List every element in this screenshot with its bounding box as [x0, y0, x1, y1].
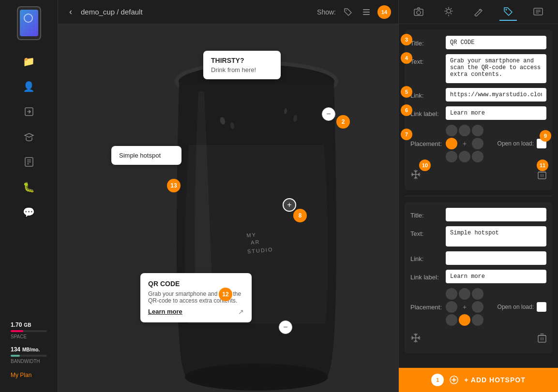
canvas-area: MY AR STUDIO THIRSTY? Drink from here! −…: [58, 24, 398, 392]
hs1-text-input[interactable]: Grab your smartphone and scan the QR-cod…: [446, 54, 546, 83]
storage-unit: GB: [24, 322, 31, 328]
hs2-link-row: Link:: [410, 251, 546, 265]
storage-value: 1.70: [11, 321, 22, 328]
hs2-placement-row: Placement: + Open on load:: [410, 288, 546, 326]
hs2-linklabel-row: Link label:: [410, 270, 546, 283]
badge-11: 11: [537, 160, 548, 171]
sidebar-item-docs[interactable]: [18, 151, 40, 173]
sidebar-item-user[interactable]: 👤: [18, 76, 40, 97]
add-hotspot-bar[interactable]: 1 + ADD HOTSPOT: [399, 368, 558, 392]
sidebar-item-export[interactable]: [18, 101, 40, 122]
tool-tag[interactable]: [499, 3, 517, 21]
placement-ml[interactable]: [446, 138, 457, 149]
hotspot-2-section: Title: Text: Simple hotspot Link: Link l…: [405, 202, 552, 353]
hs2-move-icon[interactable]: [410, 333, 421, 346]
hs1-placement-grid: +: [446, 125, 483, 162]
show-label: Show:: [317, 8, 336, 16]
badge-3: 3: [401, 34, 412, 45]
placement-mc[interactable]: +: [459, 138, 470, 149]
hs2-placement-tr[interactable]: [472, 288, 483, 300]
app-icon: [17, 6, 41, 40]
hs2-link-input[interactable]: [446, 251, 546, 265]
hotspot-thirsty-text: Drink from here!: [211, 66, 273, 73]
placement-tr[interactable]: [472, 125, 483, 136]
breadcrumb: demo_cup / default: [81, 8, 312, 16]
thirsty-remove-btn[interactable]: −: [322, 107, 335, 121]
topbar-icons: 14: [341, 5, 391, 19]
hs2-title-label: Title:: [410, 208, 442, 219]
hs2-placement-label: Placement:: [410, 304, 442, 311]
hs1-delete-icon[interactable]: [538, 170, 546, 182]
hs1-linklabel-row: 6 Link label:: [410, 106, 546, 120]
add-hotspot-badge: 1: [431, 374, 444, 386]
svg-point-5: [346, 10, 347, 11]
badge-4: 4: [401, 52, 412, 64]
tool-material[interactable]: [469, 3, 487, 21]
hs2-placement-bl[interactable]: [446, 314, 457, 326]
hs2-title-input[interactable]: [446, 208, 546, 221]
panel-toolbar: [399, 0, 558, 24]
sidebar-item-chat[interactable]: 💬: [18, 202, 40, 223]
placement-br[interactable]: [472, 151, 483, 162]
badge-14: 14: [377, 5, 391, 19]
hs1-move-icon[interactable]: [410, 169, 421, 182]
hs2-placement-mr[interactable]: [472, 301, 483, 313]
hs2-placement-bc[interactable]: [459, 314, 470, 326]
svg-point-23: [506, 9, 507, 10]
hotspot-1-section: 3 Title: 4 Text: Grab your smartphone an…: [405, 30, 552, 190]
phone-screen: [20, 10, 38, 36]
storage-bar-fill: [11, 330, 23, 332]
hs2-delete-icon[interactable]: [538, 334, 546, 345]
panel-content: 3 Title: 4 Text: Grab your smartphone an…: [399, 24, 558, 368]
tag-icon-button[interactable]: [341, 5, 355, 19]
placement-mr[interactable]: [472, 138, 483, 149]
hs2-placement-mc[interactable]: +: [459, 301, 470, 313]
tool-lighting[interactable]: [440, 3, 457, 21]
sidebar-item-debug[interactable]: 🐛: [18, 176, 40, 198]
hotspot-qr-tooltip: QR CODE Grab your smartphone and scan th…: [140, 273, 252, 322]
back-button[interactable]: ‹: [65, 5, 76, 19]
bandwidth-label: BANDWIDTH: [11, 359, 47, 364]
placement-tl[interactable]: [446, 125, 457, 136]
badge-2: 2: [336, 115, 350, 129]
placement-bc[interactable]: [459, 151, 470, 162]
hs1-linklabel-input[interactable]: [446, 106, 546, 120]
qr-remove-btn[interactable]: −: [279, 320, 292, 334]
hs1-placement-label: Placement:: [410, 140, 442, 147]
sidebar-item-folder[interactable]: 📁: [18, 51, 40, 72]
hs1-link-row: 5 Link:: [410, 88, 546, 102]
placement-bl[interactable]: [446, 151, 457, 162]
svg-point-22: [447, 9, 451, 13]
bandwidth-bar-fill: [11, 355, 20, 357]
my-plan-link[interactable]: My Plan: [5, 368, 53, 382]
badge-12: 12: [219, 288, 232, 301]
hs2-placement-tc[interactable]: [459, 288, 470, 300]
tool-list[interactable]: [529, 3, 547, 21]
hs1-title-input[interactable]: [446, 36, 546, 49]
hs1-link-input[interactable]: [446, 88, 546, 102]
svg-rect-7: [363, 12, 370, 13]
hotspot-thirsty-tooltip: THIRSTY? Drink from here!: [203, 51, 281, 79]
hotspot-qr-learn-more[interactable]: Learn more: [148, 308, 182, 315]
external-link-icon[interactable]: ↗: [238, 308, 244, 316]
center-add-btn[interactable]: +: [283, 198, 296, 212]
tool-camera[interactable]: [410, 3, 427, 21]
hs2-openload-checkbox[interactable]: [537, 302, 546, 312]
hs2-text-input[interactable]: Simple hotspot: [446, 226, 546, 247]
sidebar-item-learn[interactable]: [18, 126, 40, 147]
badge-7: 7: [401, 129, 412, 140]
hs2-placement-ml[interactable]: [446, 301, 457, 313]
hs2-placement-br[interactable]: [472, 314, 483, 326]
section-divider: [405, 196, 552, 196]
logo: [15, 5, 44, 41]
hs2-text-row: Text: Simple hotspot: [410, 226, 546, 247]
list-icon-button[interactable]: [359, 5, 374, 19]
hotspot-qr-title: QR CODE: [148, 280, 244, 288]
hs2-placement-tl[interactable]: [446, 288, 457, 300]
hs1-openload-label: Open on load:: [498, 140, 534, 147]
placement-tc[interactable]: [459, 125, 470, 136]
hs2-open-on-load: Open on load:: [498, 302, 546, 312]
hs2-linklabel-input[interactable]: [446, 270, 546, 283]
badge-10: 10: [419, 160, 431, 171]
bandwidth-bar-bg: [11, 355, 47, 357]
